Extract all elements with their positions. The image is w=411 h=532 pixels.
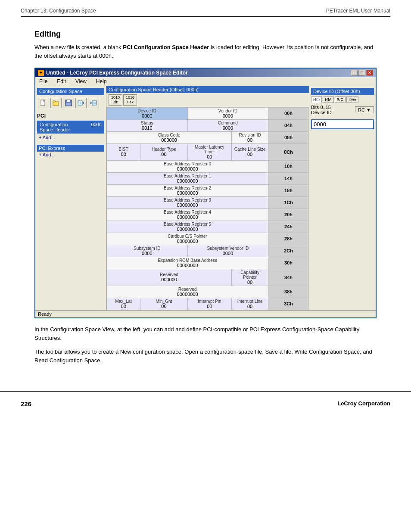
status-cell[interactable]: Status 0010 [107,119,188,131]
offset-2ch: 2Ch [268,245,309,257]
config-item[interactable]: ConfigurationSpace Header 000h [37,121,104,134]
add-pci-link[interactable]: + Add... [37,134,104,140]
offset-3ch: 3Ch [268,298,309,310]
mlt-cell[interactable]: Master Latency Timer 00 [187,143,231,160]
device-id-cell[interactable]: Device ID 0000 [107,107,188,119]
offset-04h: 04h [268,119,309,131]
table-row: Reserved 000000 Capability Pointer 00 34… [107,269,309,286]
bar3-cell[interactable]: Base Address Register 3 00000000 [107,196,268,208]
page-header: Chapter 13: Configuration Space PETracer… [0,0,411,16]
left-panel: Configuration Space 10 10 [35,86,106,310]
save-button[interactable] [63,98,74,108]
right-tabs: RO RM R/C Dev [311,96,374,103]
menu-bar: File Edit View Help [35,77,376,86]
new-button[interactable] [38,98,49,108]
offset-08h: 08h [268,131,309,143]
table-row: BIST 00 Header Type 00 Master Latency Ti… [107,143,309,160]
interrupt-pin-cell[interactable]: Interrupt Pin 00 [187,298,231,310]
menu-file[interactable]: File [38,78,49,85]
offset-10h: 10h [268,160,309,172]
capability-pointer-cell[interactable]: Capability Pointer 00 [232,269,268,286]
register-table: Device ID 0000 Vendor ID 0000 00h Status [106,107,309,310]
menu-view[interactable]: View [74,78,88,85]
revision-id-cell[interactable]: Revision ID 00 [232,131,268,143]
window-controls[interactable]: — □ ✕ [351,70,373,76]
body-text-1: In the Configuration Space View, at the … [34,325,377,342]
table-row: Status 0010 Command 0000 04h [107,119,309,131]
body-text-2: The toolbar allows you to create a New c… [34,348,377,365]
menu-edit[interactable]: Edit [56,78,67,85]
table-row: Base Address Register 1 00000000 14h [107,172,309,184]
svg-text:10: 10 [78,102,81,105]
command-cell[interactable]: Command 0000 [187,119,268,131]
bar0-cell[interactable]: Base Address Register 0 00000000 [107,160,268,172]
menu-help[interactable]: Help [95,78,108,85]
svg-rect-5 [66,103,71,106]
window-body: Configuration Space 10 10 [35,86,376,310]
center-panel-header: Configuration Space Header (Offset: 000h… [106,86,309,93]
header-chapter: Chapter 13: Configuration Space [21,8,96,14]
ro-dropdown[interactable]: RC ▼ [355,106,374,113]
table-row: Device ID 0000 Vendor ID 0000 00h [107,107,309,119]
bar5-cell[interactable]: Base Address Register 5 00000000 [107,221,268,233]
maximize-button[interactable]: □ [358,70,365,76]
open-button[interactable] [50,98,62,108]
intro-paragraph: When a new file is created, a blank PCI … [34,43,377,60]
header-type-cell[interactable]: Header Type 00 [140,143,187,160]
tab-dev[interactable]: Dev [346,96,358,103]
header-manual: PETracer EML User Manual [326,8,390,14]
svg-text:10: 10 [93,102,96,105]
svg-marker-7 [82,102,84,104]
status-text: Ready [38,311,52,317]
expansion-rom-cell[interactable]: Expansion ROM Base Address 00000000 [107,257,268,269]
interrupt-line-cell[interactable]: Interrupt Line 00 [232,298,268,310]
tab-rwc[interactable]: R/C [335,96,346,103]
svg-marker-10 [90,102,92,104]
subsystem-vendor-cell[interactable]: Subsystem Vendor ID 0000 [187,245,268,257]
bin-button[interactable]: 1010Bin [109,94,122,106]
table-row: Class Code 000000 Revision ID 00 08h [107,131,309,143]
bar2-cell[interactable]: Base Address Register 2 00000000 [107,184,268,196]
write-button[interactable]: 10 [75,98,87,108]
hex-button[interactable]: 1010Hex [123,94,137,106]
bar4-cell[interactable]: Base Address Register 4 00000000 [107,208,268,221]
read-button[interactable]: 10 [88,98,99,108]
offset-24h: 24h [268,221,309,233]
offset-30h: 30h [268,257,309,269]
device-id-input[interactable] [311,119,374,129]
footer-company: LeCroy Corporation [337,400,390,408]
vendor-id-cell[interactable]: Vendor ID 0000 [187,107,268,119]
pci-express-label: PCI Express [37,145,104,152]
vendor-id-label: Vendor ID [190,109,267,113]
app-window: ✦ Untitled - LeCroy PCI Express Configur… [34,68,377,318]
bits-label: Bits 0..15 - Device ID [311,105,334,115]
table-row: Base Address Register 4 00000000 20h [107,208,309,221]
table-row: Cardbus C/S Pointer 00000000 28h [107,233,309,245]
table-row: Max_Lat 00 Min_Gnt 00 Interrupt Pin 00 [107,298,309,310]
window-title: Untitled - LeCroy PCI Express Configurat… [46,70,188,76]
reserved-34h-cell[interactable]: Reserved 000000 [107,269,232,286]
intro-bold: PCI Configuration Space Header [123,44,209,50]
min-gnt-cell[interactable]: Min_Gnt 00 [140,298,187,310]
tab-ro[interactable]: RO [311,96,322,103]
window-titlebar: ✦ Untitled - LeCroy PCI Express Configur… [35,68,376,77]
reserved-38h-cell[interactable]: Reserved 00000000 [107,286,268,298]
pci-express-section: PCI Express + Add... [37,145,104,158]
cls-cell[interactable]: Cache Line Size 00 [232,143,268,160]
main-content: Editing When a new file is created, a bl… [0,30,411,365]
bar1-cell[interactable]: Base Address Register 1 00000000 [107,172,268,184]
table-row: Base Address Register 3 00000000 1Ch [107,196,309,208]
add-pci-express-link[interactable]: + Add... [37,152,104,158]
class-code-cell[interactable]: Class Code 000000 [107,131,232,143]
max-lat-cell[interactable]: Max_Lat 00 [107,298,140,310]
bist-cell[interactable]: BIST 00 [107,143,140,160]
cardbus-cell[interactable]: Cardbus C/S Pointer 00000000 [107,233,268,245]
config-item-offset: 000h [91,122,102,132]
subsystem-id-cell[interactable]: Subsystem ID 0000 [107,245,188,257]
table-row: Base Address Register 5 00000000 24h [107,221,309,233]
status-bar: Ready [35,310,376,317]
svg-rect-4 [67,100,70,102]
tab-rm[interactable]: RM [323,96,334,103]
minimize-button[interactable]: — [351,70,358,76]
close-button[interactable]: ✕ [366,70,373,76]
